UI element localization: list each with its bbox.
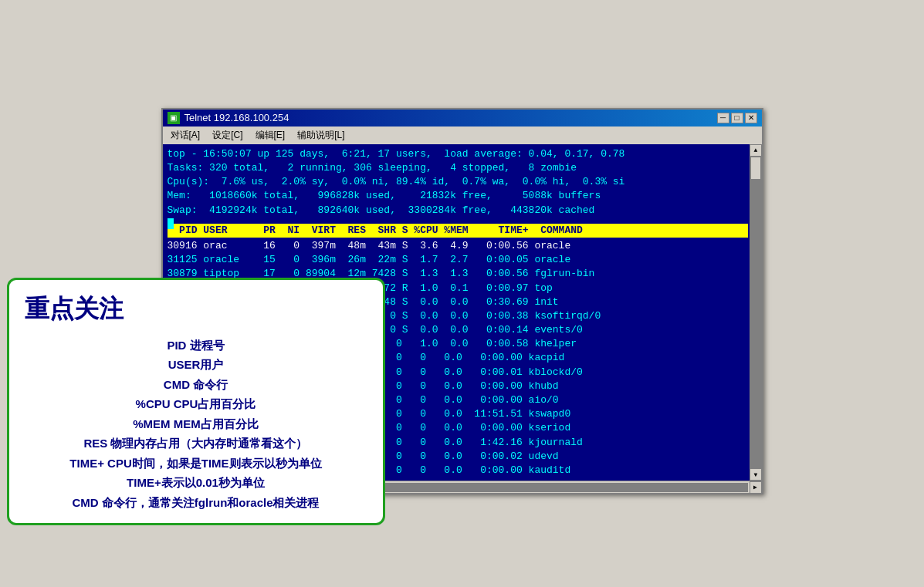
window-icon: ▣ [168,112,180,124]
top-line4: Mem: 1018660k total, 996828k used, 21832… [168,189,748,203]
annotation-body: PID 进程号 USER用户 CMD 命令行 %CPU CPU占用百分比 %ME… [25,336,367,513]
annotation-line-6: RES 物理内存占用（大内存时通常看这个） [25,434,367,454]
top-line5: Swap: 4192924k total, 892640k used, 3300… [168,204,748,218]
top-line1: top - 16:50:07 up 125 days, 6:21, 17 use… [168,147,748,161]
annotation-line-4: %CPU CPU占用百分比 [25,394,367,414]
top-line3: Cpu(s): 7.6% us, 2.0% sy, 0.0% ni, 89.4%… [168,175,748,189]
annotation-line-1: PID 进程号 [25,336,367,356]
annotation-line-5: %MEM MEM占用百分比 [25,414,367,434]
minimize-button[interactable]: ─ [717,113,729,123]
title-bar: ▣ Telnet 192.168.100.254 ─ □ ✕ [163,110,762,127]
table-row: 30916 orac 16 0 397m 48m 43m S 3.6 4.9 0… [168,239,748,253]
scroll-thumb[interactable] [750,157,761,180]
annotation-title: 重点关注 [25,292,367,326]
menu-dialog[interactable]: 对话[A] [166,128,205,143]
top-line2: Tasks: 320 total, 2 running, 306 sleepin… [168,161,748,175]
close-button[interactable]: ✕ [745,113,757,123]
cursor-block-line [168,218,748,222]
menu-edit[interactable]: 编辑[E] [251,128,290,143]
menu-help[interactable]: 辅助说明[L] [293,128,349,143]
scroll-right-button[interactable]: ▶ [750,481,762,494]
maximize-button[interactable]: □ [731,113,743,123]
table-header: PID USER PR NI VIRT RES SHR S %CPU %MEM … [168,224,748,238]
scroll-track[interactable] [750,157,762,468]
annotation-line-9: CMD 命令行，通常关注fglrun和oracle相关进程 [25,493,367,513]
window-container: 重点关注 PID 进程号 USER用户 CMD 命令行 %CPU CPU占用百分… [161,108,763,494]
scroll-up-button[interactable]: ▲ [750,144,762,157]
annotation-line-2: USER用户 [25,355,367,375]
menu-bar: 对话[A] 设定[C] 编辑[E] 辅助说明[L] [163,127,762,144]
menu-settings[interactable]: 设定[C] [208,128,247,143]
annotation-line-8: TIME+表示以0.01秒为单位 [25,473,367,493]
scroll-down-button[interactable]: ▼ [750,468,762,481]
annotation-line-7: TIME+ CPU时间，如果是TIME则表示以秒为单位 [25,454,367,474]
title-buttons: ─ □ ✕ [717,113,757,123]
annotation-box: 重点关注 PID 进程号 USER用户 CMD 命令行 %CPU CPU占用百分… [7,278,385,526]
vertical-scrollbar[interactable]: ▲ ▼ [750,144,762,481]
table-row: 31125 oracle 15 0 396m 26m 22m S 1.7 2.7… [168,253,748,267]
title-bar-left: ▣ Telnet 192.168.100.254 [168,112,289,124]
window-title: Telnet 192.168.100.254 [184,112,289,123]
annotation-line-3: CMD 命令行 [25,375,367,395]
